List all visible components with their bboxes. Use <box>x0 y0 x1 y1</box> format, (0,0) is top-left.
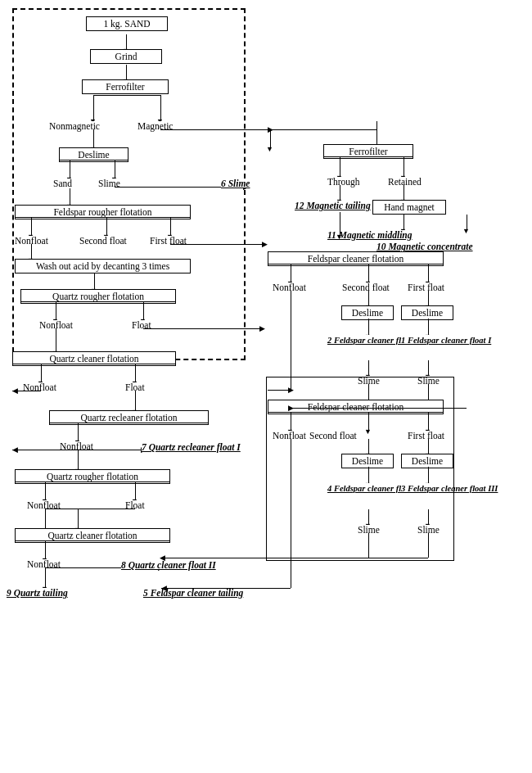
arrow-mag-ferrofilter2 <box>376 121 377 144</box>
nonfloat-fc1-label: Nonfloat <box>273 283 306 292</box>
feldspar-cleaner-tailing-label: 5 Feldspar cleaner tailing <box>143 588 243 598</box>
h-ferro2-split <box>323 156 413 157</box>
sand-label: Sand <box>53 179 72 188</box>
wash-box: Wash out acid by decanting 3 times <box>15 259 191 273</box>
first-float-fc1-label: First float <box>408 283 444 292</box>
arrow-ferro-nonmag <box>93 95 94 120</box>
arrow-mag-right <box>160 129 271 130</box>
h-qrecleaner-split <box>49 423 209 423</box>
h-qr2-merge <box>45 509 135 509</box>
arrow-nonfloat4-left <box>12 450 78 450</box>
second-float1-label: Second float <box>79 236 127 246</box>
h-nonfloat-fc2-to-left <box>161 588 291 589</box>
diagram: { "title": "Sand Processing Flow Diagram… <box>0 0 532 773</box>
quartz-cleaner-float2-label: 8 Quartz cleaner float II <box>121 560 216 570</box>
arrow-through-fc1 <box>340 212 340 235</box>
ferrofilter1-box: Ferrofilter <box>82 79 169 94</box>
second-float-fc1-label: Second float <box>342 283 390 292</box>
h-fc1-split <box>268 264 444 264</box>
nonmagnetic-label: Nonmagnetic <box>49 121 100 131</box>
grind-box: Grind <box>90 49 162 64</box>
arrow-nonfloat5-to-qc2 <box>45 509 46 528</box>
arrow-firstfloat-right <box>170 244 264 245</box>
h-qr1-split <box>20 301 176 302</box>
h-qc1-split <box>12 364 176 364</box>
arrow-float1-right <box>143 328 262 329</box>
sand-box: 1 kg. SAND <box>86 16 168 31</box>
through-label: Through <box>327 177 360 187</box>
h-qc2-split <box>15 540 170 541</box>
h-qr2-split <box>15 481 170 482</box>
hand-magnet-box: Hand magnet <box>372 200 446 215</box>
fc-outer-box <box>266 377 454 561</box>
arrow-qrecleaner-float-right <box>78 450 143 450</box>
arrow-to-qc1 <box>56 328 56 351</box>
arrow-nonfloat-fc1-down <box>291 291 291 389</box>
retained-label: Retained <box>388 177 422 187</box>
deslime-fc1b-box: Deslime <box>401 305 453 320</box>
magnetic-tailing-label: 12 Magnetic tailing <box>295 201 371 210</box>
feldspar-cleaner-float1-label: 1 Feldspar cleaner float I <box>401 335 491 346</box>
quartz-tailing-label: 9 Quartz tailing <box>7 588 68 598</box>
h-mag-to-ferro2 <box>270 129 376 130</box>
slime6-label: 6 Slime <box>221 179 250 188</box>
magnetic-concentrate-label: 10 Magnetic concentrate <box>376 242 473 251</box>
arrow-ferro-mag <box>160 95 161 120</box>
quartz-recleaner-float1-label: 7 Quartz recleaner float I <box>142 442 241 452</box>
h-feldspar-rougher-split <box>15 217 191 218</box>
h-ferro-split <box>93 95 160 96</box>
deslime-fc1a-box: Deslime <box>341 305 394 320</box>
